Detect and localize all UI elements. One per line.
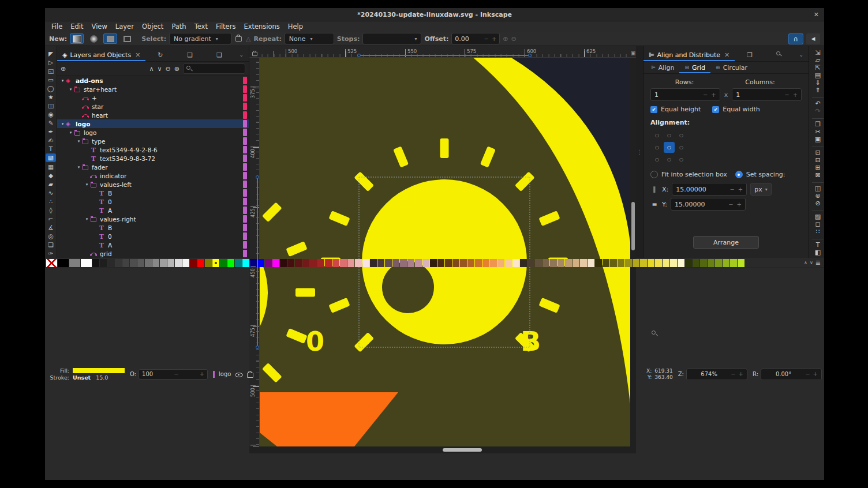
palette-swatch[interactable]: [302, 259, 309, 267]
palette-swatch[interactable]: [400, 259, 407, 267]
palette-swatch[interactable]: [152, 259, 159, 267]
layer-tree-row[interactable]: ▾ grid: [57, 249, 249, 258]
gradient-on-fill-button[interactable]: [103, 33, 117, 44]
ruler-corner[interactable]: [249, 48, 260, 58]
palette-swatch[interactable]: [670, 259, 677, 267]
tool-rectangle[interactable]: ▭: [46, 75, 56, 84]
palette-swatch[interactable]: [603, 259, 609, 267]
tool-pencil[interactable]: ✎: [46, 119, 56, 127]
zoom-input[interactable]: 674%−+: [686, 369, 747, 380]
dots[interactable]: ∷: [812, 228, 824, 235]
palette-swatch[interactable]: [310, 259, 317, 267]
palette-swatch[interactable]: [715, 259, 722, 267]
palette-down-icon[interactable]: ∨: [810, 260, 813, 265]
rotation-input[interactable]: 0.00°−+: [761, 369, 822, 380]
layer-tree-row[interactable]: ▾ star+heart: [57, 85, 249, 93]
delete-stop-icon[interactable]: ⊖: [511, 35, 517, 43]
stops-dropdown[interactable]: ▾: [362, 33, 421, 44]
palette-swatch[interactable]: [437, 259, 444, 267]
palette-swatch[interactable]: [693, 259, 699, 267]
expand-arrow-icon[interactable]: ▾: [59, 122, 66, 126]
menu-item[interactable]: Text: [190, 21, 212, 32]
tool-pages[interactable]: ❏: [46, 241, 56, 249]
selection-frame[interactable]: ◻: [812, 220, 824, 228]
equal-width-checkbox[interactable]: ✔: [712, 106, 719, 113]
palette-swatch[interactable]: [46, 259, 57, 267]
y-spacing-input[interactable]: 15.00000−+: [671, 198, 746, 211]
anchor-cell[interactable]: [652, 154, 663, 165]
gradient[interactable]: ◧: [812, 249, 824, 256]
palette-swatch[interactable]: [640, 259, 647, 267]
columns-input[interactable]: 1−+: [732, 88, 802, 101]
radial-gradient-button[interactable]: [87, 33, 100, 44]
dock-splitter[interactable]: ⋮: [636, 46, 643, 258]
layer-tree-row[interactable]: ▾ 0: [57, 232, 249, 241]
tool-mesh[interactable]: ▦: [46, 162, 56, 171]
close-tab-icon[interactable]: ✕: [724, 51, 729, 59]
close-tab-icon[interactable]: ✕: [135, 51, 140, 59]
palette-swatch[interactable]: [377, 259, 384, 267]
ruler-lock-icon[interactable]: [252, 52, 257, 56]
raise-layer-icon[interactable]: ∧: [149, 65, 154, 73]
tool-shape-builder[interactable]: ◱: [46, 66, 56, 75]
palette-swatch[interactable]: [625, 259, 632, 267]
palette-swatch[interactable]: [460, 259, 467, 267]
collapse-snap-bar-button[interactable]: ◀: [806, 33, 820, 44]
palette-swatch[interactable]: [115, 259, 122, 267]
tool-connector[interactable]: ⌐: [46, 214, 56, 223]
x-spacing-input[interactable]: 15.00000−+: [672, 183, 747, 196]
palette-swatch[interactable]: [385, 259, 392, 267]
layer-tree-row[interactable]: ▾ add-ons: [57, 76, 249, 85]
layer-color-chip[interactable]: [243, 189, 247, 197]
tool-dropper[interactable]: ◆: [46, 171, 56, 179]
import[interactable]: ⇲: [812, 49, 824, 57]
copy[interactable]: ❐: [812, 118, 824, 128]
layer-color-chip[interactable]: [243, 215, 247, 223]
tool-selector[interactable]: ◤: [46, 49, 56, 58]
lower-layer-icon[interactable]: ∨: [158, 65, 162, 73]
linear-gradient-button[interactable]: [70, 33, 84, 44]
expand-arrow-icon[interactable]: ▾: [76, 165, 82, 170]
layer-color-chip[interactable]: [243, 120, 247, 127]
anchor-cell[interactable]: [664, 154, 675, 165]
menu-item[interactable]: Layer: [111, 21, 138, 32]
layer-color-chip[interactable]: [243, 111, 247, 119]
tool-pen[interactable]: ✒: [46, 127, 56, 136]
layer-color-chip[interactable]: [243, 146, 247, 153]
tab-history-icon[interactable]: ↻: [145, 51, 175, 59]
expand-arrow-icon[interactable]: ▾: [68, 87, 74, 92]
tab-align-and-distribute[interactable]: ⊫ Align and Distribute ✕: [643, 48, 735, 61]
palette-swatch[interactable]: [497, 259, 504, 267]
palette-swatch[interactable]: [633, 259, 639, 267]
layer-tree-row[interactable]: ▾ logo: [57, 119, 249, 128]
layer-tree-row[interactable]: ▾ A: [57, 206, 249, 215]
layer-color-chip[interactable]: [243, 137, 247, 145]
palette-swatch[interactable]: [167, 259, 174, 267]
layer-tree-row[interactable]: ▾ A: [57, 241, 249, 249]
palette-swatch[interactable]: [678, 259, 684, 267]
palette-swatch[interactable]: [122, 259, 129, 267]
palette-swatch[interactable]: [160, 259, 167, 267]
anchor-cell[interactable]: [676, 154, 687, 165]
palette-swatch[interactable]: [573, 259, 579, 267]
palette-swatch[interactable]: [58, 259, 69, 267]
layer-color-chip[interactable]: [243, 155, 247, 162]
layer-color-chip[interactable]: [243, 207, 247, 214]
palette-swatch[interactable]: [730, 259, 737, 267]
palette-swatch[interactable]: [655, 259, 662, 267]
palette-swatch[interactable]: [595, 259, 602, 267]
layer-tree-row[interactable]: ▾ logo: [57, 128, 249, 137]
tool-lpe[interactable]: ✑: [46, 249, 56, 258]
reverse-gradient-icon[interactable]: △: [246, 35, 250, 43]
anchor-cell[interactable]: [652, 142, 663, 153]
palette-swatch[interactable]: [445, 259, 452, 267]
rows-input[interactable]: 1−+: [650, 88, 720, 101]
layer-color-chip[interactable]: [243, 163, 247, 171]
remove-layer-icon[interactable]: ⊖: [166, 65, 171, 73]
palette-swatch[interactable]: [505, 259, 512, 267]
palette-swatch[interactable]: [242, 259, 249, 267]
arrange-button[interactable]: Arrange: [693, 236, 759, 249]
tool-spray[interactable]: ∴: [46, 197, 56, 205]
expand-arrow-icon[interactable]: ▾: [59, 78, 66, 83]
vertical-scrollbar-thumb[interactable]: [631, 202, 635, 250]
